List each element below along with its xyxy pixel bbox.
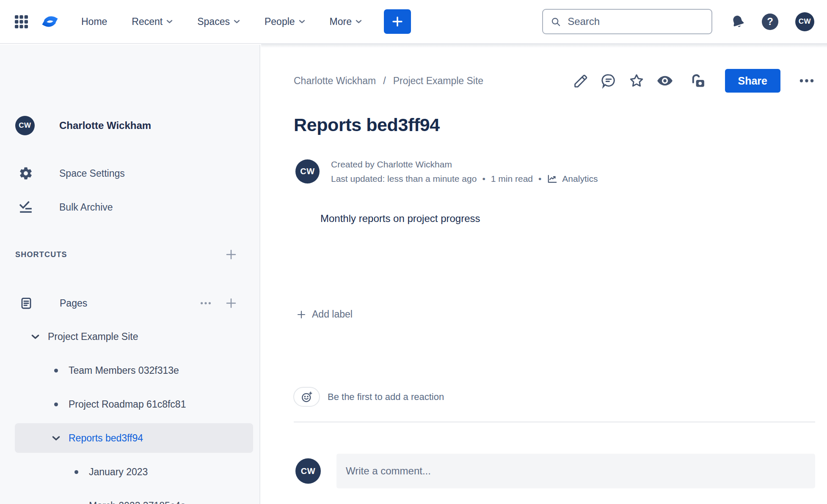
tree-item-january-2023[interactable]: January 2023 [0,455,259,489]
sidebar-item-space-settings[interactable]: Space Settings [19,162,259,185]
analytics-label: Analytics [562,174,598,184]
nav-item-label: More [330,16,352,27]
bullet-icon [50,369,61,373]
byline-meta: Created by Charlotte Wickham Last update… [331,159,598,184]
bullet-icon [71,470,82,474]
edit-pencil-icon[interactable] [573,73,589,89]
chevron-down-icon [166,19,173,24]
page-body-text: Monthly reports on project progress [320,212,480,225]
pages-more-icon[interactable] [199,297,212,310]
nav-item-home[interactable]: Home [79,16,110,28]
page-tree: Project Example Site Team Members 032f31… [0,320,259,504]
nav-item-label: Spaces [197,16,230,27]
tree-item-label: Project Example Site [48,331,138,342]
tree-item-team-members[interactable]: Team Members 032f313e [0,353,259,387]
gear-icon [19,166,33,181]
tree-item-label: Project Roadmap 61c8fc81 [69,399,186,410]
reaction-prompt-text: Be the first to add a reaction [328,392,444,403]
create-button[interactable] [384,9,411,34]
help-icon[interactable]: ? [762,14,778,30]
sidebar-item-label: Space Settings [59,168,125,179]
tree-item-reports-selected[interactable]: Reports bed3ff94 [0,421,259,455]
chevron-down-icon [234,19,240,24]
updated-meta-line: Last updated: less than a minute ago • 1… [331,173,598,184]
add-shortcut-button[interactable] [225,248,237,261]
tree-item-march-2023[interactable]: March 2023 37185c4a [0,489,259,504]
smiley-plus-icon [300,391,313,403]
breadcrumb: Charlotte Wickham / Project Example Site [294,75,483,87]
pages-label: Pages [60,298,87,309]
app-switcher-icon[interactable] [13,13,30,30]
pages-section-header[interactable]: Pages [19,290,237,316]
tree-item-project-example-site[interactable]: Project Example Site [0,320,259,353]
created-by-text: Created by Charlotte Wickham [331,159,598,170]
nav-item-more[interactable]: More [327,16,364,28]
line-chart-icon [547,173,558,184]
share-button[interactable]: Share [725,69,780,93]
reaction-row: Be the first to add a reaction [293,387,444,407]
watch-eye-icon[interactable] [656,72,673,89]
comments-bubble-icon[interactable] [601,73,617,89]
add-label-text: Add label [312,309,353,320]
nav-item-label: Recent [132,16,163,27]
user-avatar[interactable]: CW [795,12,814,31]
search-box [542,9,712,34]
space-avatar: CW [15,116,35,135]
plus-icon [225,248,237,261]
comment-input[interactable] [336,454,815,488]
bullet-icon [50,403,61,406]
nav-item-people[interactable]: People [262,16,308,28]
pages-actions [199,297,237,310]
space-name: Charlotte Wickham [59,120,151,131]
chevron-down-icon [356,19,362,24]
checklist-icon [19,200,33,214]
read-time-text: 1 min read [491,174,533,184]
plus-icon [296,310,306,320]
sidebar-item-label: Bulk Archive [59,202,113,213]
sidebar-item-bulk-archive[interactable]: Bulk Archive [19,195,259,219]
page-header-row: Charlotte Wickham / Project Example Site [294,68,815,94]
byline: CW Created by Charlotte Wickham Last upd… [295,159,598,184]
meta-separator: • [482,174,485,184]
confluence-app: Home Recent Spaces People More [0,0,827,504]
favorite-star-icon[interactable] [629,73,645,89]
add-label-button[interactable]: Add label [296,309,353,320]
breadcrumb-link-space-owner[interactable]: Charlotte Wickham [294,75,376,87]
chevron-down-icon[interactable] [30,334,41,340]
nav-item-recent[interactable]: Recent [129,16,175,28]
shortcuts-section: SHORTCUTS [15,244,237,266]
tree-item-label: Reports bed3ff94 [69,433,143,444]
nav-item-label: People [265,16,295,27]
last-updated-text[interactable]: Last updated: less than a minute ago [331,174,477,184]
nav-item-spaces[interactable]: Spaces [195,16,243,28]
shortcuts-heading: SHORTCUTS [15,250,67,259]
nav-item-label: Home [81,16,107,27]
plus-icon [391,16,403,27]
more-actions-icon[interactable] [798,72,815,89]
search-input[interactable] [567,15,704,28]
document-icon [19,296,33,310]
tree-item-project-roadmap[interactable]: Project Roadmap 61c8fc81 [0,387,259,421]
page-title: Reports bed3ff94 [294,113,440,136]
page-content: Charlotte Wickham / Project Example Site [261,45,827,504]
chevron-down-icon[interactable] [50,436,61,441]
author-avatar: CW [295,159,320,184]
breadcrumb-link-parent-page[interactable]: Project Example Site [393,75,483,87]
meta-separator: • [538,174,541,184]
notifications-bell-icon[interactable] [730,14,746,30]
space-sidebar: CW Charlotte Wickham Space Settings Bulk… [0,45,260,504]
tree-item-label: Team Members 032f313e [69,365,179,376]
add-page-button[interactable] [225,297,237,310]
chevron-down-icon [299,19,305,24]
analytics-link[interactable]: Analytics [547,173,598,184]
tree-item-label: January 2023 [89,466,148,478]
confluence-logo-icon[interactable] [40,11,60,32]
space-header[interactable]: CW Charlotte Wickham [15,116,151,135]
search-icon [551,16,561,27]
add-reaction-button[interactable] [293,387,320,407]
commenter-avatar: CW [295,458,321,484]
restrictions-unlock-icon[interactable] [690,73,706,89]
plus-icon [225,297,237,310]
top-navigation: Home Recent Spaces People More [0,0,827,44]
tree-item-label: March 2023 37185c4a [89,500,186,504]
